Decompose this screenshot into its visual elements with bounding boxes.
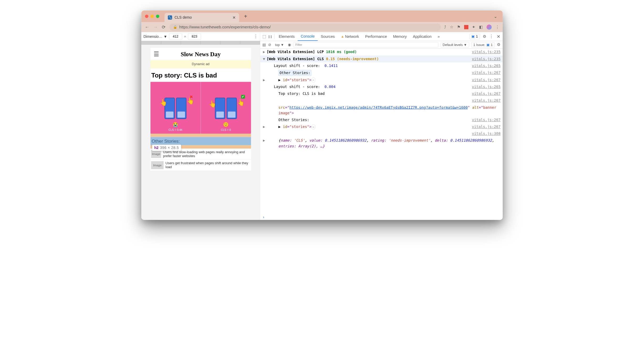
source-link[interactable]: vitals.js:267 xyxy=(472,98,501,104)
source-link[interactable]: vitals.js:267 xyxy=(472,77,501,83)
disclosure-arrow-icon[interactable]: ▶ xyxy=(263,124,267,130)
viewport-ruler xyxy=(141,41,260,45)
disclosure-arrow-icon[interactable]: ▶ xyxy=(263,138,267,149)
height-input[interactable] xyxy=(188,33,201,39)
device-menu-icon[interactable]: ⋮ xyxy=(254,34,258,39)
share-icon[interactable]: ⤴ xyxy=(444,25,446,29)
console-filter-input[interactable]: Filter xyxy=(293,42,438,47)
source-link[interactable]: vitals.js:265 xyxy=(472,63,501,69)
address-bar[interactable]: 🔒 https://www.tunetheweb.com/experiments… xyxy=(169,23,441,31)
console-log-row[interactable]: Other Stories:vitals.js:267 xyxy=(260,117,503,123)
console-log-row[interactable]: vitals.js:267 xyxy=(260,97,503,104)
tab-list-chevron-icon[interactable]: ⌄ xyxy=(494,14,497,19)
devtools-tab-console[interactable]: Console xyxy=(298,32,318,41)
cls-banner-illustration: 👆 👆 ✖ 😭 CLS = 0.44 👆 👆 ✔ 🙂 CLS = 0 xyxy=(150,82,251,133)
console-sidebar-toggle-icon[interactable]: ▤ xyxy=(262,43,266,47)
cls-left-label: CLS = 0.44 xyxy=(169,128,183,131)
new-tab-button[interactable]: + xyxy=(244,13,247,19)
console-settings-gear-icon[interactable]: ⚙ xyxy=(497,42,500,47)
extensions-puzzle-icon[interactable]: ✦ xyxy=(472,25,475,29)
disclosure-arrow-icon[interactable] xyxy=(263,117,267,123)
maximize-window-button[interactable] xyxy=(156,15,159,18)
source-link[interactable]: vitals.js:308 xyxy=(472,131,501,137)
source-link[interactable]: vitals.js:235 xyxy=(472,49,501,55)
story-thumbnail: Image xyxy=(151,150,161,158)
devtools-tab-memory[interactable]: Memory xyxy=(390,32,410,41)
devtools-tab-application[interactable]: Application xyxy=(410,32,434,41)
profile-avatar[interactable] xyxy=(486,24,492,30)
dimensions-dropdown[interactable]: Dimensio… ▼ xyxy=(143,34,167,39)
forward-button[interactable]: → xyxy=(153,24,158,30)
disclosure-arrow-icon[interactable] xyxy=(263,91,267,97)
source-link[interactable]: vitals.js:267 xyxy=(472,117,501,123)
tab-label: Elements xyxy=(279,34,294,39)
devtools-close-button[interactable]: ✕ xyxy=(497,34,501,39)
bookmark-star-icon[interactable]: ☆ xyxy=(450,25,453,29)
console-log-row[interactable]: src="https://web-dev.imgix.net/image/adm… xyxy=(260,104,503,117)
side-panel-icon[interactable]: ◧ xyxy=(479,25,483,29)
devtools-tab-network[interactable]: ▲Network xyxy=(338,32,362,41)
chat-icon: ▣ xyxy=(471,34,475,38)
source-link[interactable]: vitals.js:265 xyxy=(472,84,501,90)
browser-tab[interactable]: 🔧 CLS demo ✕ xyxy=(164,13,239,22)
devtools-menu-icon[interactable]: ⋮ xyxy=(489,34,494,39)
flag-icon[interactable]: ⚑ xyxy=(457,25,460,29)
issues-label: 1 Issue: xyxy=(473,43,485,47)
console-log-row[interactable]: ▶{name: 'CLS', value: 0.1451186286098693… xyxy=(260,137,503,150)
log-levels-dropdown[interactable]: Default levels ▼ xyxy=(441,42,469,47)
hover-tag: h2 xyxy=(154,146,158,150)
extension-red-icon[interactable] xyxy=(464,25,468,29)
console-log-row[interactable]: ▶▶ id="stories">⋯vitals.js:267 xyxy=(260,76,503,83)
browser-menu-icon[interactable]: ⋮ xyxy=(495,25,499,29)
reload-button[interactable]: ⟳ xyxy=(161,24,166,30)
source-link[interactable]: vitals.js:267 xyxy=(472,124,501,130)
disclosure-arrow-icon[interactable] xyxy=(263,131,267,137)
source-link[interactable]: vitals.js:267 xyxy=(472,91,501,97)
close-window-button[interactable] xyxy=(145,15,148,18)
disclosure-arrow-icon[interactable] xyxy=(263,63,267,69)
disclosure-arrow-icon[interactable] xyxy=(263,70,267,76)
devtools-tab-performance[interactable]: Performance xyxy=(362,32,390,41)
disclosure-arrow-icon[interactable]: ▶ xyxy=(263,77,267,83)
settings-gear-icon[interactable]: ⚙ xyxy=(483,34,486,39)
console-log-row[interactable]: ▼[Web Vitals Extension] CLS 0.15 (needs-… xyxy=(260,55,503,62)
levels-label: Default levels xyxy=(443,43,463,47)
devtools-tab-elements[interactable]: Elements xyxy=(276,32,298,41)
console-log-row[interactable]: ▶[Web Vitals Extension] LCP 1816 ms (goo… xyxy=(260,49,503,55)
clear-console-icon[interactable]: ⊘ xyxy=(268,43,271,47)
console-log-row[interactable]: Other Stories:vitals.js:267 xyxy=(260,69,503,76)
hamburger-menu-icon[interactable]: ☰ xyxy=(154,51,159,58)
live-expression-eye-icon[interactable]: ◉ xyxy=(288,43,291,47)
context-scope-dropdown[interactable]: top ▼ xyxy=(274,42,285,48)
console-prompt[interactable]: › xyxy=(260,214,503,220)
element-hover-tooltip: h2 396 × 28.5 xyxy=(152,145,181,151)
console-log-row[interactable]: Layout shift - score: 0.004vitals.js:265 xyxy=(260,83,503,90)
dimensions-x-separator: × xyxy=(184,34,186,39)
device-toggle-icon[interactable]: ⫿⫿ xyxy=(268,34,272,39)
devtools-tab-sources[interactable]: Sources xyxy=(318,32,338,41)
console-log-row[interactable]: ▶▶ id="stories">⋯vitals.js:267 xyxy=(260,123,503,130)
smile-emoji-icon: 🙂 xyxy=(223,122,228,127)
source-link[interactable]: vitals.js:267 xyxy=(472,70,501,76)
console-toolbar: ▤ ⊘ top ▼ ◉ Filter Default levels ▼ 1 Is… xyxy=(260,41,503,49)
disclosure-arrow-icon[interactable] xyxy=(263,84,267,90)
issues-button[interactable]: 1 Issue: ▣ 1 xyxy=(471,42,495,47)
back-button[interactable]: ← xyxy=(145,24,150,30)
more-tabs-button[interactable]: » xyxy=(435,32,443,41)
disclosure-arrow-icon[interactable] xyxy=(263,98,267,104)
console-log-row[interactable]: Top story: CLS is badvitals.js:267 xyxy=(260,90,503,97)
tab-close-button[interactable]: ✕ xyxy=(232,15,236,20)
tab-favicon-icon: 🔧 xyxy=(168,16,172,20)
console-log-row[interactable]: vitals.js:308 xyxy=(260,130,503,137)
story-row[interactable]: ImageUsers get frustrated when pages shi… xyxy=(150,160,251,171)
minimize-window-button[interactable] xyxy=(150,15,154,18)
inspect-element-icon[interactable]: ⬚ xyxy=(262,34,266,39)
filter-placeholder: Filter xyxy=(295,43,302,47)
disclosure-arrow-icon[interactable]: ▶ xyxy=(263,49,267,55)
issues-chat-badge[interactable]: ▣ 1 xyxy=(470,34,480,39)
width-input[interactable] xyxy=(169,33,182,39)
console-log-row[interactable]: Layout shift - score: 0.1411vitals.js:26… xyxy=(260,62,503,69)
source-link[interactable]: vitals.js:235 xyxy=(472,56,501,62)
disclosure-arrow-icon[interactable] xyxy=(263,105,267,116)
disclosure-arrow-icon[interactable]: ▼ xyxy=(263,56,267,62)
